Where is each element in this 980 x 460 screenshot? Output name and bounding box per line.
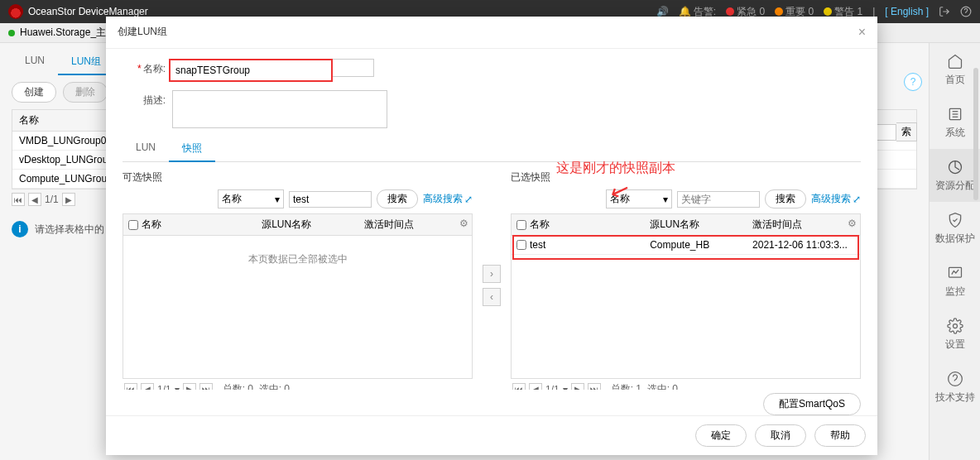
page-indicator: 1/1 [157,384,171,391]
cancel-button[interactable]: 取消 [755,424,806,447]
pane-title: 可选快照 [122,170,473,184]
page-indicator: 1/1 [45,194,59,205]
sidebar-scrollbar[interactable] [973,68,978,200]
nav-monitor[interactable]: 监控 [930,255,980,308]
tip-text: 请选择表格中的 [35,223,104,237]
col-header[interactable]: 名称 [530,218,550,232]
chevron-down-icon: ▾ [275,194,280,205]
host-name[interactable]: Huawei.Storage_主 [20,26,106,40]
nav-label: 首页 [945,73,965,87]
gear-icon [947,318,963,334]
status-dot-icon [8,30,15,36]
filter-keyword-input[interactable] [289,191,372,208]
col-header[interactable]: 名称 [142,218,161,232]
page-last[interactable]: ⏭ [199,383,213,391]
nav-label: 系统 [945,126,965,140]
page-prev[interactable]: ◀ [529,383,542,391]
nav-settings[interactable]: 设置 [930,308,980,361]
move-left-button[interactable]: ‹ [483,288,501,306]
filter-field-select[interactable]: 名称▾ [218,189,284,208]
modal-tab-snapshot[interactable]: 快照 [169,137,215,162]
select-all-checkbox[interactable] [516,220,526,230]
page-next[interactable]: ▶ [62,193,75,206]
resource-icon [947,159,963,175]
help-icon[interactable] [960,6,972,17]
page-last[interactable]: ⏭ [588,383,601,391]
select-all-checkbox[interactable] [128,220,138,230]
chevron-down-icon[interactable]: ▾ [563,384,568,391]
nav-resource[interactable]: 资源分配 [930,149,980,202]
create-lungroup-dialog: 创建LUN组 × *名称: 描述: LUN 快照 这是刚才的快照副本 ↗ 可选快… [106,17,877,455]
cell-name: test [530,239,545,251]
advanced-search-link[interactable]: 高级搜索⤢ [423,192,473,206]
home-icon [947,53,963,69]
page-help-button[interactable]: ? [904,73,922,91]
nav-home[interactable]: 首页 [930,43,980,96]
name-input-ext[interactable] [333,59,374,77]
page-prev[interactable]: ◀ [141,383,154,391]
available-grid: 名称 源LUN名称 激活时间点 ⚙ 本页数据已全部被选中 [122,213,473,379]
language-switch[interactable]: [ English ] [885,6,929,17]
search-button[interactable]: 搜索 [765,189,806,208]
page-first[interactable]: ⏮ [12,193,25,206]
grid-stats: 总数: 1, 选中: 0 [611,382,678,390]
expand-icon: ⤢ [464,194,473,205]
expand-icon: ⤢ [853,194,861,205]
ok-button[interactable]: 确定 [695,424,747,447]
row-checkbox[interactable] [516,240,526,250]
grid-settings-icon[interactable]: ⚙ [459,218,468,229]
desc-input[interactable] [172,90,387,128]
cell-src: Compute_HB [650,239,752,251]
huawei-logo-icon [8,4,23,19]
configure-qos-button[interactable]: 配置SmartQoS [763,393,861,415]
create-button[interactable]: 创建 [12,82,56,103]
filter-keyword-input[interactable] [677,191,760,208]
grid-settings-icon[interactable]: ⚙ [848,218,857,229]
col-header[interactable]: 源LUN名称 [650,218,752,232]
move-right-button[interactable]: › [483,265,501,283]
page-indicator: 1/1 [545,384,560,391]
logout-icon[interactable] [939,6,950,17]
desc-label: 描述: [122,90,166,108]
nav-system[interactable]: 系统 [930,96,980,149]
page-next[interactable]: ▶ [183,383,196,391]
nav-label: 设置 [945,338,965,352]
chevron-down-icon[interactable]: ▾ [175,384,180,391]
name-input[interactable] [172,62,329,79]
dialog-close[interactable]: × [858,25,866,40]
selected-pane: 已选快照 名称▾ 搜索 高级搜索⤢ 名称 源LUN名称 激活时间点 ⚙ [511,170,861,390]
red-dot-icon [726,7,734,16]
filter-field-select[interactable]: 名称▾ [606,189,672,208]
nav-label: 监控 [945,285,965,299]
page-prev[interactable]: ◀ [28,193,41,206]
col-header[interactable]: 激活时间点 [752,218,855,232]
modal-tab-lun[interactable]: LUN [122,137,169,161]
cell-act: 2021-12-06 11:03:3... [752,239,855,251]
delete-button[interactable]: 删除 [63,82,108,103]
page-first[interactable]: ⏮ [124,383,137,391]
transfer-buttons: › ‹ [483,170,501,390]
dialog-title: 创建LUN组 [118,25,167,40]
col-header[interactable]: 激活时间点 [364,218,467,232]
page-next[interactable]: ▶ [571,383,584,391]
col-header[interactable]: 源LUN名称 [262,218,364,232]
yellow-dot-icon [824,7,832,16]
system-icon [947,106,963,122]
nav-support[interactable]: 技术支持 [930,361,980,414]
monitor-icon [947,265,963,281]
nav-protection[interactable]: 数据保护 [930,202,980,255]
info-icon: i [12,221,28,237]
nav-label: 数据保护 [935,232,975,246]
orange-dot-icon [775,7,783,16]
help-button[interactable]: 帮助 [814,424,866,447]
app-title: OceanStor DeviceManager [28,6,148,17]
bg-search-button[interactable]: 索 [896,122,917,141]
tab-lun[interactable]: LUN [12,50,58,75]
chevron-down-icon: ▾ [663,194,668,205]
advanced-search-link[interactable]: 高级搜索⤢ [811,192,861,206]
page-first[interactable]: ⏮ [512,383,526,391]
empty-message: 本页数据已全部被选中 [123,236,472,283]
pane-title: 已选快照 [511,170,861,184]
grid-row[interactable]: test Compute_HB 2021-12-06 11:03:3... [512,236,860,255]
search-button[interactable]: 搜索 [377,189,418,208]
